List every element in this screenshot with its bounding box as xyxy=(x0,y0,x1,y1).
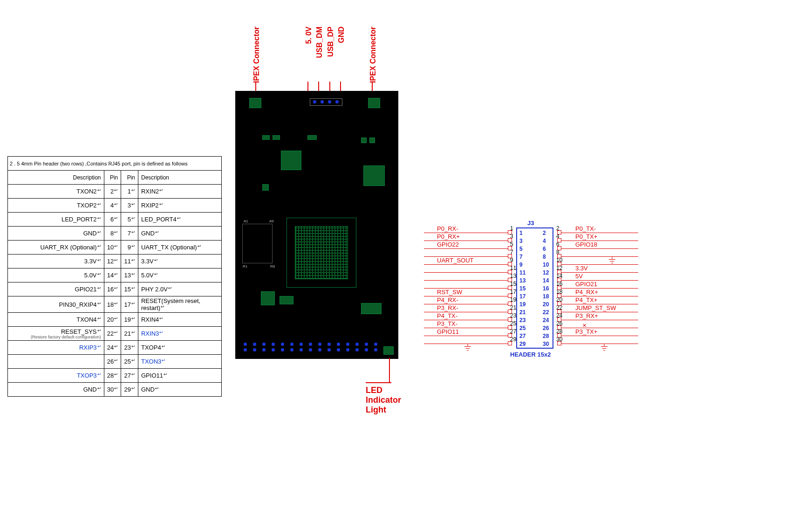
silk-r1: R1 xyxy=(243,264,247,268)
gnd-icon xyxy=(464,344,472,351)
col-pin-right: Pin xyxy=(121,171,138,185)
table-row: PIN30_RXIP4↩18↩17↩RESET(System reset, re… xyxy=(8,296,222,313)
net-label: GPIO22 xyxy=(437,241,459,248)
net-label: P4_TX- xyxy=(437,312,457,319)
table-row: UART_RX (Optional)↩10↩9↩UART_TX (Optiona… xyxy=(8,241,222,255)
top-label: 5. 0V xyxy=(305,27,313,44)
silk-a9: A9 xyxy=(269,219,274,223)
top-label: USB_DP xyxy=(327,27,335,57)
net-label: P4_TX+ xyxy=(575,296,597,303)
col-desc-right: Description xyxy=(138,171,221,185)
net-label: P3_RX- xyxy=(437,304,458,311)
net-label: P3_TX+ xyxy=(575,328,597,335)
pin-definition-table: 2 . 5 4mm Pin header (two rows) ,Contain… xyxy=(7,156,222,397)
table-row: 5.0V↩14↩13↩5.0V↩ xyxy=(8,268,222,282)
table-caption: 2 . 5 4mm Pin header (two rows) ,Contain… xyxy=(8,157,222,171)
top-label: USB_DM xyxy=(315,27,324,58)
net-label: 5V xyxy=(575,273,583,280)
table-row: GPIO21↩16↩15↩PHY 2.0V↩ xyxy=(8,282,222,296)
silk-a1: A1 xyxy=(244,219,248,223)
table-row: GND↩30↩29↩GND↩ xyxy=(8,383,222,397)
schematic-header-j3: J3 HEADER 15x2 121P0_RX-2P0_TX-343P0_RX+… xyxy=(419,221,643,366)
table-row: TXON2↩2↩1↩RXIN2↩ xyxy=(8,185,222,199)
table-row: TXOP3↩28↩27↩GPIO11↩ xyxy=(8,369,222,383)
net-label: GPIO11 xyxy=(437,328,459,335)
gnd-icon xyxy=(608,257,616,264)
pcb-board: A1 A9 R1 R8 xyxy=(235,91,398,359)
pcb-layout-panel: IPEX Connector5. 0VUSB_DMUSB_DPGNDIPEX C… xyxy=(235,35,408,359)
table-row: TXON4↩20↩19↩RXIN4↩ xyxy=(8,313,222,327)
sch-part-name: HEADER 15x2 xyxy=(510,351,551,358)
net-label: GPIO21 xyxy=(575,281,597,288)
silk-r8: R8 xyxy=(270,264,275,268)
gnd-icon xyxy=(600,344,608,351)
top-label: GND xyxy=(337,27,346,43)
net-label: P4_RX- xyxy=(437,296,458,303)
top-label: IPEX Connector xyxy=(369,27,377,83)
net-label: RST_SW xyxy=(437,289,462,296)
table-row: GND↩8↩7↩GND↩ xyxy=(8,227,222,241)
net-label: P0_TX- xyxy=(575,225,596,232)
table-row: LED_PORT2↩6↩5↩LED_PORT4↩ xyxy=(8,213,222,227)
net-label: P3_RX+ xyxy=(575,312,598,319)
net-label: P0_RX- xyxy=(437,225,458,232)
table-row: RESET_SYS↩(Restore factory default confi… xyxy=(8,327,222,341)
net-label: 3.3V xyxy=(575,265,588,272)
table-row: 3.3V↩12↩11↩3.3V↩ xyxy=(8,255,222,268)
net-label: P4_RX+ xyxy=(575,289,598,296)
net-label: UART_SOUT xyxy=(437,257,474,264)
net-label: P3_TX- xyxy=(437,320,457,327)
net-label: P0_RX+ xyxy=(437,233,460,240)
top-label: IPEX Connector xyxy=(252,27,261,83)
net-label: P0_TX+ xyxy=(575,233,597,240)
table-row: RXIP3↩24↩23↩TXOP4↩ xyxy=(8,341,222,355)
sch-refdes: J3 xyxy=(527,220,534,227)
col-pin-left: Pin xyxy=(104,171,121,185)
col-desc-left: Description xyxy=(8,171,104,185)
net-label: JUMP_ST_SW xyxy=(575,304,616,311)
led-indicator-label: LED Indicator Light xyxy=(366,385,408,415)
net-label: GPIO18 xyxy=(575,241,597,248)
table-row: 26↩25↩TXON3↩ xyxy=(8,355,222,369)
table-row: TXOP2↩4↩3↩RXIP2↩ xyxy=(8,199,222,213)
